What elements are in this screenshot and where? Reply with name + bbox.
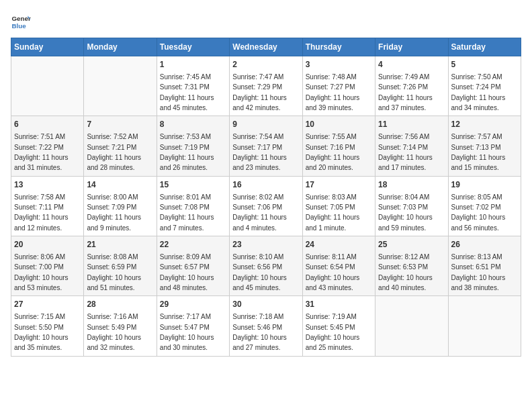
calendar-cell: 3 Sunrise: 7:48 AMSunset: 7:27 PMDayligh… bbox=[302, 56, 375, 116]
day-number: 7 bbox=[87, 119, 153, 130]
day-info: Sunrise: 8:12 AMSunset: 6:53 PMDaylight:… bbox=[378, 253, 433, 291]
day-number: 26 bbox=[451, 239, 518, 250]
calendar-cell: 30 Sunrise: 7:18 AMSunset: 5:46 PMDaylig… bbox=[230, 296, 302, 356]
day-info: Sunrise: 8:06 AMSunset: 7:00 PMDaylight:… bbox=[14, 253, 69, 291]
calendar-header-row: SundayMondayTuesdayWednesdayThursdayFrid… bbox=[11, 38, 521, 56]
calendar-cell: 17 Sunrise: 8:03 AMSunset: 7:05 PMDaylig… bbox=[302, 176, 375, 236]
page-header: General Blue bbox=[11, 11, 521, 31]
calendar-cell: 5 Sunrise: 7:50 AMSunset: 7:24 PMDayligh… bbox=[448, 56, 521, 116]
day-number: 19 bbox=[451, 179, 518, 191]
day-info: Sunrise: 8:09 AMSunset: 6:57 PMDaylight:… bbox=[160, 253, 214, 291]
day-info: Sunrise: 7:48 AMSunset: 7:27 PMDaylight:… bbox=[306, 73, 360, 111]
day-header-monday: Monday bbox=[84, 38, 157, 56]
day-info: Sunrise: 7:54 AMSunset: 7:17 PMDaylight:… bbox=[232, 133, 287, 171]
calendar-cell: 24 Sunrise: 8:11 AMSunset: 6:54 PMDaylig… bbox=[302, 236, 375, 296]
day-info: Sunrise: 7:56 AMSunset: 7:14 PMDaylight:… bbox=[378, 133, 433, 171]
calendar-cell bbox=[84, 56, 157, 116]
day-number: 14 bbox=[87, 179, 153, 191]
day-header-wednesday: Wednesday bbox=[230, 38, 302, 56]
calendar-cell bbox=[448, 296, 521, 356]
calendar-cell bbox=[11, 56, 84, 116]
day-number: 5 bbox=[451, 59, 518, 71]
logo-icon: General Blue bbox=[11, 11, 31, 31]
day-number: 13 bbox=[14, 179, 81, 191]
day-number: 27 bbox=[14, 299, 81, 310]
calendar-cell: 4 Sunrise: 7:49 AMSunset: 7:26 PMDayligh… bbox=[375, 56, 448, 116]
day-info: Sunrise: 7:16 AMSunset: 5:49 PMDaylight:… bbox=[87, 313, 141, 351]
calendar-body: 1 Sunrise: 7:45 AMSunset: 7:31 PMDayligh… bbox=[11, 56, 521, 357]
svg-text:Blue: Blue bbox=[12, 22, 27, 30]
calendar-cell: 13 Sunrise: 7:58 AMSunset: 7:11 PMDaylig… bbox=[11, 176, 84, 236]
week-row-2: 6 Sunrise: 7:51 AMSunset: 7:22 PMDayligh… bbox=[11, 116, 521, 176]
day-number: 3 bbox=[306, 59, 372, 71]
calendar-cell: 1 Sunrise: 7:45 AMSunset: 7:31 PMDayligh… bbox=[157, 56, 229, 116]
calendar-cell: 19 Sunrise: 8:05 AMSunset: 7:02 PMDaylig… bbox=[448, 176, 521, 236]
day-number: 17 bbox=[306, 179, 372, 191]
day-info: Sunrise: 7:53 AMSunset: 7:19 PMDaylight:… bbox=[160, 133, 214, 171]
calendar-cell: 18 Sunrise: 8:04 AMSunset: 7:03 PMDaylig… bbox=[375, 176, 448, 236]
calendar-cell: 31 Sunrise: 7:19 AMSunset: 5:45 PMDaylig… bbox=[302, 296, 375, 356]
calendar-cell: 22 Sunrise: 8:09 AMSunset: 6:57 PMDaylig… bbox=[157, 236, 229, 296]
logo: General Blue bbox=[11, 11, 31, 31]
day-number: 31 bbox=[306, 299, 372, 310]
day-info: Sunrise: 7:58 AMSunset: 7:11 PMDaylight:… bbox=[14, 193, 69, 232]
day-info: Sunrise: 8:05 AMSunset: 7:02 PMDaylight:… bbox=[451, 193, 506, 232]
week-row-5: 27 Sunrise: 7:15 AMSunset: 5:50 PMDaylig… bbox=[11, 296, 521, 356]
day-info: Sunrise: 8:13 AMSunset: 6:51 PMDaylight:… bbox=[451, 253, 506, 291]
calendar-cell: 23 Sunrise: 8:10 AMSunset: 6:56 PMDaylig… bbox=[230, 236, 302, 296]
day-header-friday: Friday bbox=[375, 38, 448, 56]
day-number: 30 bbox=[232, 299, 299, 310]
calendar-cell: 27 Sunrise: 7:15 AMSunset: 5:50 PMDaylig… bbox=[11, 296, 84, 356]
day-info: Sunrise: 7:19 AMSunset: 5:45 PMDaylight:… bbox=[306, 313, 360, 351]
day-number: 2 bbox=[232, 59, 299, 71]
calendar-cell: 10 Sunrise: 7:55 AMSunset: 7:16 PMDaylig… bbox=[302, 116, 375, 176]
day-number: 9 bbox=[232, 119, 299, 130]
week-row-1: 1 Sunrise: 7:45 AMSunset: 7:31 PMDayligh… bbox=[11, 56, 521, 116]
day-info: Sunrise: 8:11 AMSunset: 6:54 PMDaylight:… bbox=[306, 253, 360, 291]
day-number: 20 bbox=[14, 239, 81, 250]
day-header-tuesday: Tuesday bbox=[157, 38, 229, 56]
day-info: Sunrise: 7:55 AMSunset: 7:16 PMDaylight:… bbox=[306, 133, 360, 171]
calendar-cell: 21 Sunrise: 8:08 AMSunset: 6:59 PMDaylig… bbox=[84, 236, 157, 296]
day-info: Sunrise: 7:52 AMSunset: 7:21 PMDaylight:… bbox=[87, 133, 141, 171]
day-number: 10 bbox=[306, 119, 372, 130]
day-number: 29 bbox=[160, 299, 226, 310]
calendar-cell: 2 Sunrise: 7:47 AMSunset: 7:29 PMDayligh… bbox=[230, 56, 302, 116]
day-header-saturday: Saturday bbox=[448, 38, 521, 56]
day-number: 1 bbox=[160, 59, 226, 71]
calendar-cell: 25 Sunrise: 8:12 AMSunset: 6:53 PMDaylig… bbox=[375, 236, 448, 296]
day-number: 15 bbox=[160, 179, 226, 191]
day-info: Sunrise: 8:10 AMSunset: 6:56 PMDaylight:… bbox=[232, 253, 287, 291]
calendar-cell: 16 Sunrise: 8:02 AMSunset: 7:06 PMDaylig… bbox=[230, 176, 302, 236]
day-info: Sunrise: 7:18 AMSunset: 5:46 PMDaylight:… bbox=[232, 313, 287, 351]
day-info: Sunrise: 7:49 AMSunset: 7:26 PMDaylight:… bbox=[378, 73, 433, 111]
day-number: 8 bbox=[160, 119, 226, 130]
day-info: Sunrise: 8:00 AMSunset: 7:09 PMDaylight:… bbox=[87, 193, 141, 232]
day-info: Sunrise: 7:47 AMSunset: 7:29 PMDaylight:… bbox=[232, 73, 287, 111]
day-number: 22 bbox=[160, 239, 226, 250]
svg-text:General: General bbox=[12, 15, 32, 22]
calendar-cell: 7 Sunrise: 7:52 AMSunset: 7:21 PMDayligh… bbox=[84, 116, 157, 176]
calendar-cell: 29 Sunrise: 7:17 AMSunset: 5:47 PMDaylig… bbox=[157, 296, 229, 356]
calendar-cell: 14 Sunrise: 8:00 AMSunset: 7:09 PMDaylig… bbox=[84, 176, 157, 236]
calendar-table: SundayMondayTuesdayWednesdayThursdayFrid… bbox=[11, 38, 521, 357]
calendar-cell: 9 Sunrise: 7:54 AMSunset: 7:17 PMDayligh… bbox=[230, 116, 302, 176]
day-info: Sunrise: 8:08 AMSunset: 6:59 PMDaylight:… bbox=[87, 253, 141, 291]
day-number: 23 bbox=[232, 239, 299, 250]
calendar-cell: 11 Sunrise: 7:56 AMSunset: 7:14 PMDaylig… bbox=[375, 116, 448, 176]
week-row-3: 13 Sunrise: 7:58 AMSunset: 7:11 PMDaylig… bbox=[11, 176, 521, 236]
day-number: 18 bbox=[378, 179, 445, 191]
day-number: 11 bbox=[378, 119, 445, 130]
calendar-cell: 6 Sunrise: 7:51 AMSunset: 7:22 PMDayligh… bbox=[11, 116, 84, 176]
day-info: Sunrise: 8:02 AMSunset: 7:06 PMDaylight:… bbox=[232, 193, 287, 232]
day-info: Sunrise: 7:57 AMSunset: 7:13 PMDaylight:… bbox=[451, 133, 506, 171]
calendar-cell: 20 Sunrise: 8:06 AMSunset: 7:00 PMDaylig… bbox=[11, 236, 84, 296]
calendar-cell: 28 Sunrise: 7:16 AMSunset: 5:49 PMDaylig… bbox=[84, 296, 157, 356]
day-number: 21 bbox=[87, 239, 153, 250]
day-info: Sunrise: 7:45 AMSunset: 7:31 PMDaylight:… bbox=[160, 73, 214, 111]
day-number: 24 bbox=[306, 239, 372, 250]
week-row-4: 20 Sunrise: 8:06 AMSunset: 7:00 PMDaylig… bbox=[11, 236, 521, 296]
calendar-cell: 8 Sunrise: 7:53 AMSunset: 7:19 PMDayligh… bbox=[157, 116, 229, 176]
day-info: Sunrise: 8:03 AMSunset: 7:05 PMDaylight:… bbox=[306, 193, 360, 232]
day-info: Sunrise: 8:04 AMSunset: 7:03 PMDaylight:… bbox=[378, 193, 433, 232]
